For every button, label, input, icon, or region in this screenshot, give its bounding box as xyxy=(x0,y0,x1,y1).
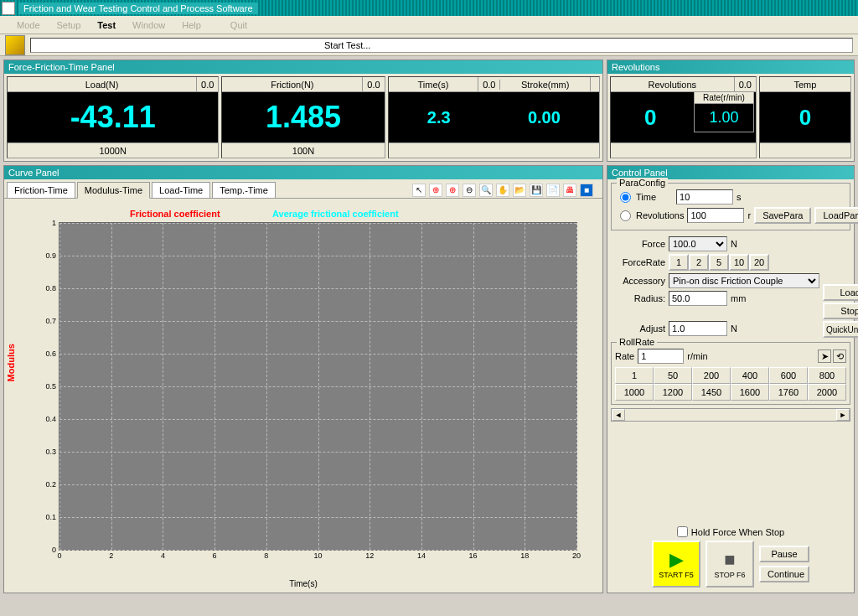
menu-help[interactable]: Help xyxy=(173,18,209,32)
load-para-button[interactable]: LoadPara xyxy=(814,207,858,224)
save-para-button[interactable]: SavePara xyxy=(754,207,811,224)
force-rate-20[interactable]: 20 xyxy=(749,254,769,271)
menu-test[interactable]: Test xyxy=(89,18,124,32)
rev-input[interactable] xyxy=(687,208,744,223)
print-preview-icon[interactable]: 📄 xyxy=(546,184,560,197)
rev-small: 0.0 xyxy=(734,77,756,91)
rev-label: Revolutions xyxy=(636,210,684,220)
rev-unit: r xyxy=(747,210,751,220)
legend-average: Average frictional coefficient xyxy=(272,209,399,219)
roll-preset-1[interactable]: 1 xyxy=(615,367,654,384)
roll-legend: RollRate xyxy=(617,337,657,347)
print-icon[interactable]: 🖶 xyxy=(563,184,576,197)
para-config-fieldset: ParaConfig Time s Revolutions r SavePara… xyxy=(611,183,850,230)
y-axis-label: Modulus xyxy=(6,344,16,381)
adjust-unit: N xyxy=(731,324,737,334)
start-test-bar: Start Test... xyxy=(30,38,853,53)
hold-force-checkbox[interactable] xyxy=(677,526,688,537)
zoom-fit-icon[interactable]: 🔍 xyxy=(479,184,493,197)
force-rate-label: ForceRate xyxy=(611,257,665,267)
zoom-out-icon[interactable]: ⊖ xyxy=(463,184,476,197)
adjust-label: Adjust xyxy=(611,324,665,334)
app-tool-icon[interactable] xyxy=(5,35,25,55)
stroke-value: 0.00 xyxy=(528,108,561,127)
roll-preset-1760[interactable]: 1760 xyxy=(769,384,808,401)
menu-bar: Mode Setup Test Window Help Quit xyxy=(0,16,858,34)
time-input[interactable] xyxy=(676,189,733,204)
force-rate-2[interactable]: 2 xyxy=(689,254,709,271)
rate-value: 1.00 xyxy=(695,104,753,132)
load-value: -43.11 xyxy=(70,100,156,135)
roll-preset-50[interactable]: 50 xyxy=(654,367,692,384)
tab-modulus-time[interactable]: Modulus-Time xyxy=(77,182,150,199)
play-icon: ▶ xyxy=(669,549,684,571)
temp-value: 0 xyxy=(799,105,811,131)
force-select[interactable]: 100.0 xyxy=(669,236,727,251)
scroll-left-icon[interactable]: ◄ xyxy=(612,409,625,421)
friction-label: Friction(N) xyxy=(222,80,362,90)
time-label: Time(s) xyxy=(389,80,478,90)
time-label: Time xyxy=(636,192,656,202)
rev-radio[interactable] xyxy=(620,210,631,221)
load-label: Load(N) xyxy=(8,80,196,90)
x-axis-label: Time(s) xyxy=(289,579,318,588)
hand-icon[interactable]: ✋ xyxy=(496,184,509,197)
pointer-icon[interactable]: ↖ xyxy=(412,184,426,197)
time-unit: s xyxy=(737,192,742,202)
plot-area[interactable]: 00.10.20.30.40.50.60.70.80.9102468101214… xyxy=(59,222,577,551)
menu-setup[interactable]: Setup xyxy=(49,18,90,32)
roll-preset-2000[interactable]: 2000 xyxy=(808,384,846,401)
quick-unload-button[interactable]: QuickUnload xyxy=(823,321,858,338)
rate-label: Rate xyxy=(615,351,634,361)
open-icon[interactable]: 📂 xyxy=(513,184,526,197)
tab-temp-time[interactable]: Temp.-Time xyxy=(212,182,276,198)
curve-panel: Curve Panel Friction-Time Modulus-Time L… xyxy=(3,165,603,593)
adjust-input[interactable] xyxy=(669,321,727,336)
chart-area: Frictional coefficient Average frictiona… xyxy=(4,199,602,593)
accessory-label: Accessory xyxy=(611,276,665,286)
continue-button[interactable]: Continue xyxy=(759,566,809,582)
tab-load-time[interactable]: Load-Time xyxy=(152,182,210,198)
menu-quit[interactable]: Quit xyxy=(222,18,256,32)
rate-box: Rate(r/min) 1.00 xyxy=(694,91,754,132)
time-radio[interactable] xyxy=(620,192,631,203)
roll-preset-200[interactable]: 200 xyxy=(692,367,731,384)
radius-input[interactable] xyxy=(669,291,727,306)
rev-value: 0 xyxy=(644,105,656,131)
zoom-in-icon[interactable]: ⊕ xyxy=(429,184,442,197)
h-scrollbar[interactable]: ◄ ► xyxy=(611,408,850,422)
time-small: 0.0 xyxy=(478,77,499,91)
menu-window[interactable]: Window xyxy=(124,18,173,32)
refresh-icon[interactable]: ⟲ xyxy=(833,349,846,363)
tab-friction-time[interactable]: Friction-Time xyxy=(7,182,75,198)
stop-button[interactable]: Stop xyxy=(823,303,858,319)
pause-button[interactable]: Pause xyxy=(759,546,809,562)
stop-rec-icon[interactable]: ■ xyxy=(580,184,593,197)
force-unit: N xyxy=(731,239,737,249)
load-button[interactable]: Load xyxy=(823,284,858,301)
roll-preset-1450[interactable]: 1450 xyxy=(692,384,731,401)
stroke-label: Stroke(mm) xyxy=(499,80,590,90)
title-bar: Friction and Wear Testing Control and Pr… xyxy=(0,0,858,16)
start-button[interactable]: ▶ START F5 xyxy=(652,541,700,588)
roll-preset-400[interactable]: 400 xyxy=(731,367,769,384)
roll-preset-1600[interactable]: 1600 xyxy=(731,384,769,401)
force-rate-1[interactable]: 1 xyxy=(669,254,689,271)
stop-f6-button[interactable]: ■ STOP F6 xyxy=(706,541,754,588)
accessory-select[interactable]: Pin-on disc Friction Couple xyxy=(669,273,819,288)
roll-preset-800[interactable]: 800 xyxy=(808,367,846,384)
hold-force-label: Hold Force When Stop xyxy=(691,527,784,537)
para-legend: ParaConfig xyxy=(617,178,668,188)
rate-input[interactable] xyxy=(638,349,684,364)
send-icon[interactable]: ➤ xyxy=(818,349,831,363)
roll-preset-1000[interactable]: 1000 xyxy=(615,384,654,401)
roll-preset-1200[interactable]: 1200 xyxy=(654,384,692,401)
force-rate-5[interactable]: 5 xyxy=(709,254,729,271)
roll-preset-600[interactable]: 600 xyxy=(769,367,808,384)
force-rate-10[interactable]: 10 xyxy=(729,254,749,271)
zoom-y-icon[interactable]: ⊕ xyxy=(446,184,459,197)
save-icon[interactable]: 💾 xyxy=(530,184,543,197)
force-label: Force xyxy=(611,239,665,249)
menu-mode[interactable]: Mode xyxy=(8,18,49,32)
scroll-right-icon[interactable]: ► xyxy=(836,409,850,421)
